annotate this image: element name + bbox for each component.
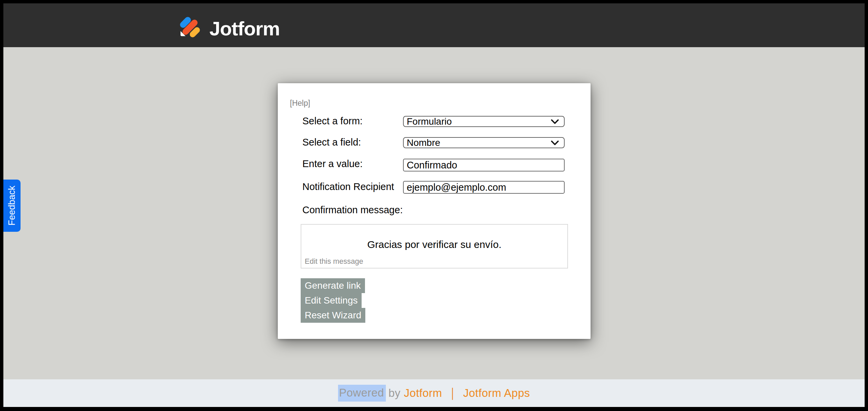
- confirmation-message-label: Confirmation message:: [302, 205, 403, 215]
- enter-value-label: Enter a value:: [302, 158, 363, 170]
- powered-text-selected: Powered: [338, 385, 386, 402]
- notification-recipient-label: Notification Recipient: [302, 181, 394, 193]
- value-input[interactable]: [403, 159, 565, 172]
- form-select[interactable]: Formulario: [403, 116, 565, 127]
- confirmation-message-text: Gracias por verificar su envío.: [301, 239, 567, 250]
- jotform-logo-icon: [178, 16, 201, 38]
- chevron-down-icon: [551, 119, 559, 124]
- footer-bar: Powered by Jotform | Jotform Apps: [3, 379, 865, 407]
- feedback-tab[interactable]: Feedback: [3, 180, 21, 232]
- by-text: by: [389, 387, 401, 400]
- wizard-card: [Help] Select a form: Formulario Select …: [278, 83, 591, 339]
- recipient-input[interactable]: [403, 181, 565, 194]
- help-link[interactable]: [Help]: [290, 99, 310, 108]
- edit-message-link[interactable]: Edit this message: [305, 257, 363, 266]
- jotform-footer-link[interactable]: Jotform: [404, 387, 442, 400]
- select-form-label: Select a form:: [302, 116, 363, 127]
- footer-separator: |: [452, 386, 454, 400]
- jotform-apps-link[interactable]: Jotform Apps: [463, 387, 530, 400]
- wizard-buttons: Generate link Edit Settings Reset Wizard: [301, 278, 365, 323]
- jotform-wordmark: Jotform: [210, 17, 280, 40]
- jotform-logo: Jotform: [178, 14, 280, 39]
- header-bar: Jotform: [3, 3, 865, 47]
- feedback-tab-label: Feedback: [7, 186, 17, 226]
- field-select-value: Nombre: [407, 138, 440, 148]
- select-field-label: Select a field:: [302, 137, 361, 148]
- edit-settings-button[interactable]: Edit Settings: [301, 293, 362, 308]
- field-select[interactable]: Nombre: [403, 137, 565, 148]
- chevron-down-icon: [551, 140, 559, 146]
- form-select-value: Formulario: [407, 116, 452, 127]
- generate-link-button[interactable]: Generate link: [301, 278, 365, 293]
- reset-wizard-button[interactable]: Reset Wizard: [301, 308, 365, 323]
- confirmation-message-box: Gracias por verificar su envío. Edit thi…: [301, 224, 568, 268]
